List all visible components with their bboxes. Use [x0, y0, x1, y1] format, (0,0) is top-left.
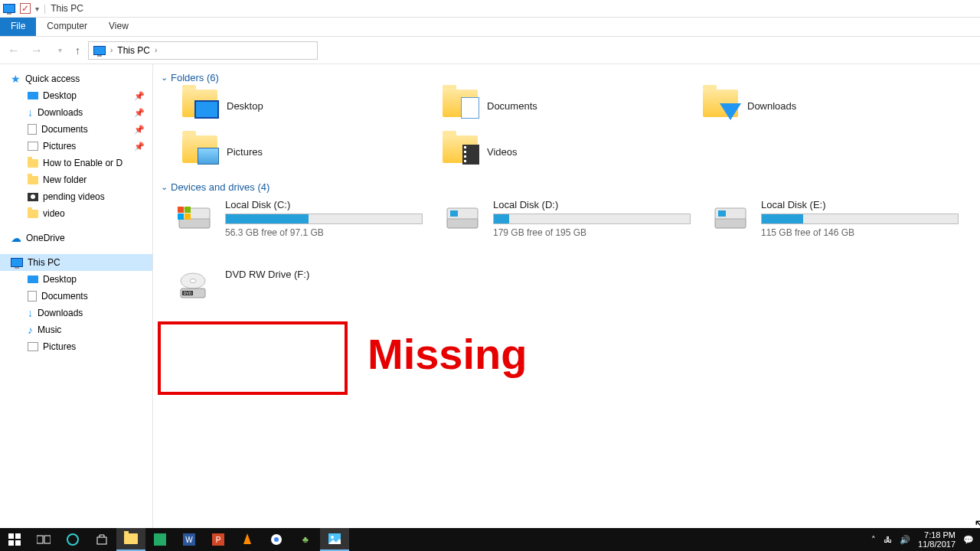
taskbar-explorer[interactable] [116, 528, 145, 551]
folder-icon [182, 90, 217, 117]
item-icon [28, 210, 38, 218]
svg-point-29 [331, 536, 334, 539]
item-icon [28, 342, 38, 351]
drive-free-text: 115 GB free of 146 GB [761, 227, 980, 238]
taskbar-photos[interactable] [320, 528, 349, 551]
svg-rect-8 [450, 210, 458, 217]
drive-item[interactable]: Local Disk (D:)179 GB free of 195 GB [444, 199, 712, 238]
svg-marker-25 [243, 533, 251, 544]
group-drives[interactable]: ⌄ Devices and drives (4) [161, 181, 972, 193]
tab-view[interactable]: View [98, 18, 139, 36]
drive-item[interactable]: Local Disk (E:)115 GB free of 146 GB [712, 199, 980, 238]
sidebar-item-label: Documents [41, 291, 88, 302]
sidebar-this-pc[interactable]: This PC [0, 254, 152, 271]
folder-icon [182, 135, 217, 163]
folder-item[interactable]: Pictures [182, 135, 443, 168]
group-folders[interactable]: ⌄ Folders (6) [161, 72, 972, 83]
sidebar-item[interactable]: ↓Downloads📌 [0, 104, 152, 121]
tab-computer[interactable]: Computer [36, 18, 98, 36]
nav-bar: ← → ▾ ↑ › This PC › [0, 37, 980, 64]
folder-item[interactable]: Downloads [703, 90, 963, 122]
sidebar-item[interactable]: Documents📌 [0, 121, 152, 138]
item-icon [28, 291, 37, 302]
taskview-button[interactable] [29, 528, 58, 551]
sidebar-item[interactable]: Documents [0, 288, 152, 305]
drive-name: DVD RW Drive (F:) [225, 269, 444, 280]
taskbar-edge[interactable] [58, 528, 87, 551]
forward-button[interactable]: → [29, 44, 44, 57]
back-button[interactable]: ← [6, 44, 21, 57]
svg-point-13 [190, 279, 196, 283]
recent-dropdown[interactable]: ▾ [52, 46, 67, 54]
chevron-icon: › [155, 46, 157, 54]
content-area: ⌄ Folders (6) DesktopDocumentsDownloadsP… [153, 64, 980, 528]
sidebar-item[interactable]: How to Enable or D [0, 155, 152, 171]
sidebar-item[interactable]: pending videos [0, 188, 152, 205]
tab-file[interactable]: File [0, 18, 36, 36]
taskbar-app[interactable] [145, 528, 175, 551]
sidebar-item-label: pending videos [43, 191, 105, 202]
window-title: This PC [51, 3, 83, 14]
svg-rect-18 [15, 533, 21, 539]
annotation-box [158, 321, 348, 395]
sidebar-item[interactable]: Pictures [0, 338, 152, 355]
drive-item[interactable]: Local Disk (C:)56.3 GB free of 97.1 GB [176, 199, 444, 238]
separator: | [44, 3, 46, 14]
taskbar-chrome[interactable] [262, 528, 291, 551]
monitor-icon [11, 258, 23, 267]
tray-notifications-icon[interactable]: 💬 [963, 535, 974, 545]
chevron-icon: › [110, 46, 113, 54]
tray-volume-icon[interactable]: 🔊 [900, 535, 910, 545]
taskbar-store[interactable] [87, 528, 116, 551]
system-tray[interactable]: ˄ 🖧 🔊 7:18 PM 11/8/2017 💬 [865, 530, 980, 549]
sidebar-item[interactable]: New folder [0, 171, 152, 188]
sidebar-item[interactable]: video [0, 205, 152, 222]
folder-label: Downloads [747, 100, 796, 112]
pin-icon: 📌 [134, 91, 145, 101]
address-bar[interactable]: › This PC › [88, 41, 318, 60]
sidebar-item[interactable]: Desktop📌 [0, 87, 152, 104]
chevron-down-icon: ⌄ [161, 73, 168, 83]
sidebar-item[interactable]: ↓Downloads [0, 305, 152, 321]
svg-rect-20 [15, 540, 21, 546]
item-icon [28, 124, 37, 135]
sidebar-item-label: video [43, 208, 65, 219]
taskbar-app2[interactable]: ♣ [291, 528, 320, 551]
start-button[interactable] [0, 528, 29, 551]
up-button[interactable]: ↑ [75, 44, 80, 57]
taskbar-word[interactable]: W [175, 528, 204, 551]
drive-capacity-bar [225, 214, 423, 224]
star-icon: ★ [11, 73, 21, 85]
qat-dropdown-icon[interactable]: ▾ [35, 5, 39, 13]
taskbar-vlc[interactable] [233, 528, 262, 551]
sidebar-item[interactable]: ♪Music [0, 321, 152, 338]
sidebar-item-label: Desktop [43, 90, 77, 101]
drive-item[interactable]: DVDDVD RW Drive (F:) [176, 269, 444, 302]
folder-item[interactable]: Documents [443, 90, 703, 122]
item-icon [28, 159, 38, 168]
sidebar-quick-access[interactable]: ★ Quick access [0, 70, 152, 87]
disk-drive-icon [712, 202, 753, 233]
folder-item[interactable]: Desktop [182, 90, 443, 122]
folder-label: Documents [487, 100, 537, 112]
folder-item[interactable]: Videos [443, 135, 703, 168]
taskbar: W P ♣ ˄ 🖧 🔊 7:18 PM 11/8/2017 💬 [0, 528, 980, 551]
address-location: This PC [117, 45, 150, 56]
folder-label: Desktop [227, 100, 263, 112]
svg-point-27 [274, 537, 279, 542]
sidebar-item[interactable]: Desktop [0, 271, 152, 288]
folder-icon [443, 90, 478, 117]
taskbar-powerpoint[interactable]: P [204, 528, 233, 551]
download-icon: ↓ [28, 106, 33, 119]
tray-network-icon[interactable]: 🖧 [884, 535, 892, 544]
cursor-icon: ↖ [974, 516, 980, 528]
sidebar-item-label: Downloads [38, 107, 83, 118]
tray-clock[interactable]: 7:18 PM 11/8/2017 [918, 530, 956, 549]
qat-checkbox-icon[interactable]: ✓ [20, 3, 31, 14]
svg-rect-2 [178, 207, 184, 213]
svg-rect-19 [8, 540, 14, 546]
disk-drive-icon [176, 202, 217, 233]
tray-up-icon[interactable]: ˄ [871, 535, 876, 545]
sidebar-item[interactable]: Pictures📌 [0, 138, 152, 155]
sidebar-onedrive[interactable]: ☁ OneDrive [0, 230, 152, 246]
